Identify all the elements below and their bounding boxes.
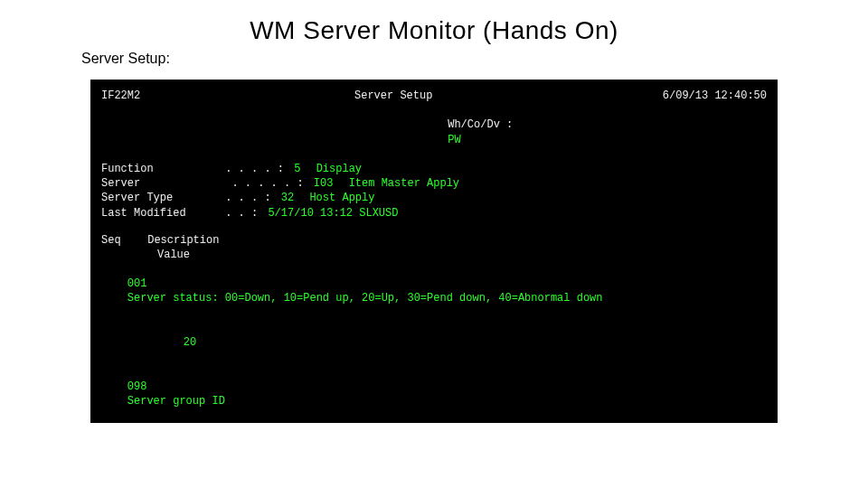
context-label: Wh/Co/Dv : xyxy=(448,118,513,131)
server-desc: Item Master Apply xyxy=(340,176,459,191)
last-modified-value: 5/17/10 13:12 SLXUSD xyxy=(264,206,398,221)
field-server: Server . . . . . : I03 Item Master Apply xyxy=(101,176,767,191)
slide-subtitle: Server Setup: xyxy=(81,51,868,67)
col-description: Description xyxy=(147,233,219,248)
program-id: IF22M2 xyxy=(101,89,300,103)
value: 20 xyxy=(127,335,196,350)
function-value: 5 xyxy=(290,162,300,176)
table-header: Seq Description xyxy=(101,233,767,248)
col-seq: Seq xyxy=(101,233,141,248)
field-last-modified: Last Modified . . : 5/17/10 13:12 SLXUSD xyxy=(101,206,767,221)
table-row: 001 Server status: 00=Down, 10=Pend up, … xyxy=(101,262,767,321)
server-type-value: 32 xyxy=(278,191,294,205)
desc: Server group ID xyxy=(127,394,225,408)
slide-title: WM Server Monitor (Hands On) xyxy=(0,16,868,45)
field-function: Function . . . . : 5 Display xyxy=(101,162,767,176)
desc: Server status: 00=Down, 10=Pend up, 20=U… xyxy=(127,291,603,305)
table-row: 098 Server group ID xyxy=(101,364,767,423)
seq: 001 xyxy=(127,277,167,291)
function-desc: Display xyxy=(307,162,362,176)
context-value: PW xyxy=(448,134,460,146)
screen-title: Server Setup xyxy=(300,89,590,103)
server-value: I03 xyxy=(310,176,334,191)
col-value: Value xyxy=(101,248,190,262)
terminal-screen: IF22M2 Server Setup 6/09/13 12:40:50 Wh/… xyxy=(90,80,778,423)
screen-datetime: 6/09/13 12:40:50 xyxy=(590,89,767,103)
server-type-desc: Host Apply xyxy=(300,191,374,205)
field-server-type: Server Type . . . : 32 Host Apply xyxy=(101,191,767,205)
table-row-value: 20 xyxy=(101,321,767,365)
seq: 098 xyxy=(127,380,167,394)
